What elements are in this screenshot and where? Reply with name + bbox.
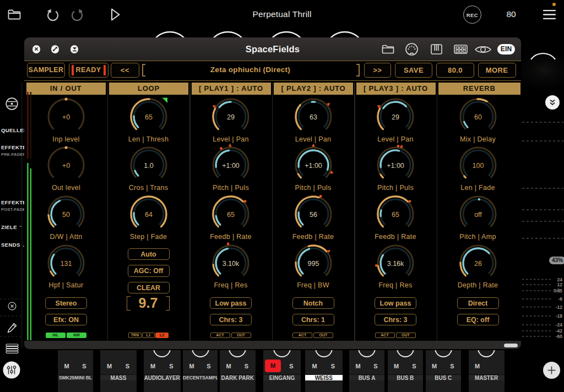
svg-text:-24: -24 bbox=[556, 322, 563, 328]
svg-text:131: 131 bbox=[61, 259, 72, 267]
svg-text:26: 26 bbox=[474, 259, 482, 267]
svg-text:-60: -60 bbox=[556, 334, 563, 339]
svg-text:56: 56 bbox=[310, 211, 317, 219]
svg-text:-42: -42 bbox=[556, 328, 563, 334]
svg-text:+1:00: +1:00 bbox=[387, 162, 404, 170]
svg-text:24: 24 bbox=[557, 277, 563, 282]
svg-text:60: 60 bbox=[474, 113, 482, 121]
svg-text:-18: -18 bbox=[556, 313, 563, 319]
svg-text:50: 50 bbox=[62, 211, 70, 219]
svg-text:63: 63 bbox=[310, 113, 317, 121]
svg-text:12: 12 bbox=[557, 282, 563, 287]
svg-text:0dB: 0dB bbox=[554, 288, 562, 293]
svg-text:-12: -12 bbox=[556, 304, 563, 310]
svg-text:995: 995 bbox=[307, 259, 319, 267]
svg-text:64: 64 bbox=[145, 211, 153, 219]
svg-text:+1:00: +1:00 bbox=[305, 162, 322, 170]
svg-text:-6: -6 bbox=[558, 296, 562, 302]
svg-text:+0: +0 bbox=[62, 113, 70, 121]
svg-text:29: 29 bbox=[392, 113, 399, 121]
svg-text:+1:00: +1:00 bbox=[222, 162, 240, 170]
svg-text:29: 29 bbox=[227, 113, 235, 121]
svg-text:65: 65 bbox=[145, 113, 153, 121]
svg-text:3.10k: 3.10k bbox=[223, 259, 240, 267]
svg-text:+0: +0 bbox=[62, 162, 70, 170]
svg-text:off: off bbox=[474, 211, 482, 219]
svg-text:3.16k: 3.16k bbox=[387, 259, 404, 267]
svg-text:65: 65 bbox=[392, 211, 399, 219]
svg-text:1.0: 1.0 bbox=[144, 162, 153, 170]
svg-text:65: 65 bbox=[227, 211, 235, 219]
svg-text:100: 100 bbox=[472, 162, 484, 170]
